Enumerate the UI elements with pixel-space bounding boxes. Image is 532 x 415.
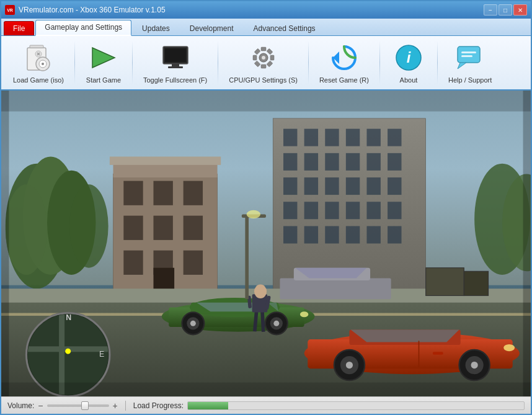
- toggle-fullscreen-button[interactable]: Toggle Fullscreen (F): [136, 38, 214, 87]
- svg-rect-79: [153, 216, 172, 240]
- start-game-label: Start Game: [86, 76, 121, 84]
- svg-point-6: [42, 63, 44, 65]
- svg-rect-81: [123, 251, 143, 275]
- svg-rect-58: [283, 202, 297, 219]
- svg-rect-60: [325, 202, 339, 219]
- svg-rect-128: [433, 352, 443, 354]
- svg-point-35: [6, 184, 47, 275]
- volume-slider-thumb[interactable]: [81, 401, 89, 410]
- game-viewport: N E: [1, 91, 531, 396]
- svg-rect-129: [245, 216, 249, 299]
- main-window: VR VRemulator.com - Xbox 360 Emulator v.…: [0, 0, 532, 415]
- svg-rect-142: [523, 91, 531, 396]
- status-bar: Volume: − + Load Progress:: [1, 396, 531, 414]
- volume-max-icon[interactable]: +: [113, 401, 118, 411]
- svg-rect-18: [270, 55, 274, 60]
- window-controls: − □ ✕: [484, 4, 527, 16]
- svg-rect-64: [283, 226, 297, 243]
- svg-rect-50: [366, 153, 380, 171]
- svg-point-122: [346, 362, 353, 368]
- svg-rect-22: [253, 55, 257, 60]
- help-support-button[interactable]: Help / Support: [441, 38, 499, 87]
- tab-gameplay[interactable]: Gameplay and Settings: [35, 20, 131, 36]
- svg-rect-66: [325, 226, 339, 243]
- cpu-gpu-settings-button[interactable]: CPU/GPU Settings (S): [222, 38, 304, 87]
- load-game-label: Load Game (iso): [13, 76, 64, 84]
- svg-rect-43: [346, 129, 360, 146]
- svg-rect-57: [388, 177, 401, 195]
- svg-point-126: [503, 344, 515, 351]
- svg-rect-141: [1, 91, 9, 396]
- svg-rect-53: [304, 177, 318, 195]
- reset-icon: [328, 42, 360, 74]
- separator-6: [437, 41, 438, 84]
- svg-marker-119: [351, 329, 459, 342]
- svg-text:E: E: [99, 350, 104, 359]
- maximize-button[interactable]: □: [499, 4, 512, 16]
- svg-rect-83: [184, 251, 203, 275]
- svg-rect-49: [346, 153, 360, 171]
- reset-game-label: Reset Game (R): [319, 76, 369, 84]
- about-label: About: [400, 76, 418, 84]
- svg-point-101: [273, 321, 279, 326]
- tab-development[interactable]: Development: [180, 21, 243, 35]
- svg-rect-23: [254, 48, 260, 55]
- svg-rect-48: [325, 153, 339, 171]
- progress-bar-fill: [188, 402, 228, 409]
- start-game-button[interactable]: Start Game: [79, 38, 128, 87]
- status-separator: [125, 401, 126, 411]
- svg-rect-45: [388, 129, 401, 146]
- svg-rect-89: [464, 271, 488, 295]
- svg-rect-144: [1, 383, 531, 396]
- svg-rect-40: [283, 129, 297, 146]
- svg-point-131: [247, 210, 260, 218]
- title-bar-left: VR VRemulator.com - Xbox 360 Emulator v.…: [5, 5, 166, 15]
- volume-slider-track[interactable]: [47, 404, 109, 407]
- separator-1: [74, 41, 75, 84]
- tab-file[interactable]: File: [4, 21, 34, 35]
- svg-rect-69: [388, 226, 401, 243]
- title-bar: VR VRemulator.com - Xbox 360 Emulator v.…: [1, 1, 531, 19]
- svg-rect-29: [461, 51, 476, 53]
- svg-rect-42: [325, 129, 339, 146]
- app-icon: VR: [5, 5, 15, 15]
- toggle-fullscreen-label: Toggle Fullscreen (F): [143, 76, 207, 84]
- reset-game-button[interactable]: Reset Game (R): [313, 38, 376, 87]
- separator-2: [132, 41, 133, 84]
- svg-rect-65: [304, 226, 318, 243]
- load-progress-label: Load Progress:: [133, 401, 184, 410]
- ribbon: File Gameplay and Settings Updates Devel…: [1, 19, 531, 91]
- close-button[interactable]: ✕: [513, 4, 527, 16]
- svg-rect-109: [280, 279, 391, 300]
- volume-min-icon[interactable]: −: [38, 401, 43, 411]
- svg-rect-55: [346, 177, 360, 195]
- volume-section: Volume: − +: [7, 401, 118, 411]
- svg-point-106: [254, 285, 267, 298]
- tab-updates[interactable]: Updates: [133, 21, 179, 35]
- svg-rect-88: [426, 268, 464, 296]
- svg-point-137: [65, 349, 71, 354]
- svg-rect-80: [184, 216, 203, 240]
- svg-rect-59: [304, 202, 318, 219]
- tab-advanced[interactable]: Advanced Settings: [244, 21, 325, 35]
- tabs-row: File Gameplay and Settings Updates Devel…: [1, 19, 531, 36]
- svg-rect-56: [366, 177, 380, 195]
- svg-rect-19: [267, 61, 273, 67]
- svg-rect-16: [261, 47, 266, 51]
- info-icon: i: [392, 42, 425, 74]
- svg-text:VR: VR: [7, 8, 13, 12]
- svg-rect-84: [153, 268, 174, 292]
- cpu-gpu-label: CPU/GPU Settings (S): [229, 76, 298, 84]
- progress-bar-container: [187, 401, 525, 410]
- about-button[interactable]: i About: [384, 38, 433, 87]
- svg-point-98: [190, 321, 196, 326]
- svg-rect-13: [168, 66, 183, 68]
- separator-3: [218, 41, 218, 84]
- window-title: VRemulator.com - Xbox 360 Emulator v.1.0…: [19, 6, 166, 14]
- svg-rect-143: [1, 91, 531, 112]
- load-game-button[interactable]: Load Game (iso): [6, 38, 71, 87]
- minimize-button[interactable]: −: [484, 4, 497, 16]
- svg-rect-20: [261, 65, 266, 68]
- svg-rect-47: [304, 153, 318, 171]
- game-scene-svg: N E: [1, 91, 531, 396]
